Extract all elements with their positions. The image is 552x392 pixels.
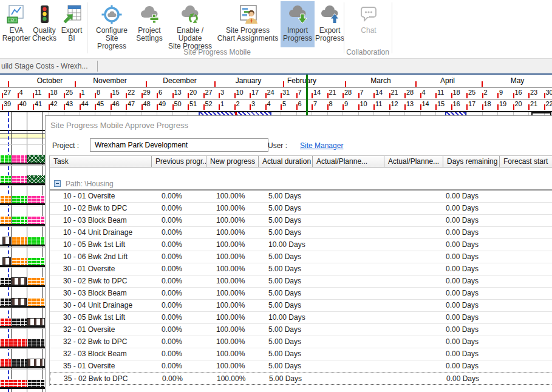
configure-site-progress-button[interactable]: Configure Site Progress bbox=[90, 1, 133, 47]
cell-forecast-start[interactable] bbox=[500, 203, 552, 214]
cell-task[interactable]: 35 - 02 Bwk to DPC bbox=[50, 373, 152, 384]
cell-actual-planned-2[interactable] bbox=[384, 288, 443, 299]
cell-days-remaining[interactable]: 0.00 Days bbox=[443, 336, 500, 348]
cell-task[interactable]: 30 - 05 Bwk 1st Lift bbox=[50, 312, 152, 323]
cell-forecast-start[interactable] bbox=[500, 239, 552, 251]
cell-actual-duration[interactable]: 5.00 Days bbox=[259, 215, 313, 226]
cell-new-progress[interactable]: 100.00% bbox=[206, 251, 259, 263]
cell-actual-planned-1[interactable] bbox=[313, 203, 384, 214]
cell-previous-progress[interactable]: 0.00% bbox=[152, 348, 206, 360]
cell-actual-planned-1[interactable] bbox=[313, 215, 384, 226]
eva-reporter-button[interactable]: 5 EVA Reporter bbox=[2, 1, 30, 47]
cell-forecast-start[interactable] bbox=[500, 336, 552, 348]
cell-days-remaining[interactable]: 0.00 Days bbox=[443, 288, 500, 299]
cell-previous-progress[interactable]: 0.00% bbox=[152, 263, 206, 275]
cell-task[interactable]: 30 - 02 Bwk to DPC bbox=[50, 275, 152, 287]
cell-actual-planned-2[interactable] bbox=[384, 251, 443, 263]
cell-days-remaining[interactable]: 0.00 Days bbox=[443, 348, 500, 360]
column-header-actual-planned-1[interactable]: Actual/Planne... bbox=[313, 156, 384, 167]
cell-days-remaining[interactable]: 0.00 Days bbox=[444, 373, 500, 384]
cell-actual-planned-2[interactable] bbox=[384, 324, 443, 336]
cell-new-progress[interactable]: 100.00% bbox=[206, 191, 259, 202]
cell-actual-planned-1[interactable] bbox=[313, 348, 384, 360]
cell-actual-planned-1[interactable] bbox=[313, 360, 384, 372]
cell-task[interactable]: 10 - 03 Block Beam bbox=[50, 215, 152, 226]
cell-previous-progress[interactable]: 0.00% bbox=[152, 336, 206, 348]
cell-actual-planned-2[interactable] bbox=[384, 263, 443, 275]
cell-previous-progress[interactable]: 0.00% bbox=[152, 360, 206, 372]
cell-days-remaining[interactable]: 0.00 Days bbox=[443, 275, 500, 287]
cell-actual-planned-2[interactable] bbox=[384, 336, 443, 348]
column-header-task[interactable]: Task bbox=[50, 156, 152, 167]
column-header-previous-progress[interactable]: Previous progr... bbox=[152, 156, 206, 167]
cell-new-progress[interactable]: 100.00% bbox=[206, 215, 259, 226]
cell-forecast-start[interactable] bbox=[500, 373, 552, 384]
cell-task[interactable]: 35 - 01 Oversite bbox=[50, 360, 152, 372]
table-row[interactable]: 32 - 03 Block Beam0.00%100.00%5.00 Days0… bbox=[50, 348, 552, 360]
cell-actual-planned-1[interactable] bbox=[313, 300, 384, 311]
cell-previous-progress[interactable]: 0.00% bbox=[152, 239, 206, 251]
cell-new-progress[interactable]: 100.00% bbox=[207, 373, 259, 384]
cell-previous-progress[interactable]: 0.00% bbox=[152, 275, 206, 287]
cell-actual-planned-2[interactable] bbox=[384, 239, 443, 251]
cell-actual-planned-2[interactable] bbox=[384, 275, 443, 287]
table-row[interactable]: 32 - 01 Oversite0.00%100.00%5.00 Days0.0… bbox=[50, 324, 552, 336]
column-header-days-remaining[interactable]: Days remaining bbox=[443, 156, 500, 167]
cell-new-progress[interactable]: 100.00% bbox=[206, 348, 259, 360]
cell-actual-duration[interactable]: 10.00 Days bbox=[259, 312, 313, 323]
cell-previous-progress[interactable]: 0.00% bbox=[152, 191, 206, 202]
project-settings-button[interactable]: Project Settings bbox=[133, 1, 166, 47]
cell-days-remaining[interactable]: 0.00 Days bbox=[443, 312, 500, 323]
cell-forecast-start[interactable] bbox=[500, 288, 552, 299]
site-progress-chart-assignments-button[interactable]: Site Progress Chart Assignments bbox=[214, 1, 281, 47]
cell-previous-progress[interactable]: 0.00% bbox=[152, 300, 206, 311]
cell-previous-progress[interactable]: 0.00% bbox=[152, 324, 206, 336]
cell-actual-planned-2[interactable] bbox=[384, 227, 443, 238]
cell-days-remaining[interactable]: 0.00 Days bbox=[443, 239, 500, 251]
table-row[interactable]: 10 - 03 Block Beam0.00%100.00%5.00 Days0… bbox=[50, 215, 552, 227]
cell-actual-duration[interactable]: 10.00 Days bbox=[259, 239, 313, 251]
cell-task[interactable]: 10 - 02 Bwk to DPC bbox=[50, 203, 152, 214]
cell-new-progress[interactable]: 100.00% bbox=[206, 312, 259, 323]
cell-previous-progress[interactable]: 0.00% bbox=[152, 373, 207, 384]
quality-checks-button[interactable]: Quality Checks bbox=[30, 1, 58, 47]
cell-previous-progress[interactable]: 0.00% bbox=[152, 215, 206, 226]
cell-forecast-start[interactable] bbox=[500, 215, 552, 226]
chat-button[interactable]: Chat bbox=[347, 1, 390, 47]
cell-actual-planned-2[interactable] bbox=[385, 373, 444, 384]
tab-build-stage-costs[interactable]: uild Stage Costs - Wrexh... bbox=[1, 62, 88, 70]
cell-new-progress[interactable]: 100.00% bbox=[206, 227, 259, 238]
cell-previous-progress[interactable]: 0.00% bbox=[152, 251, 206, 263]
collapse-icon[interactable] bbox=[54, 180, 61, 187]
cell-forecast-start[interactable] bbox=[500, 360, 552, 372]
table-row[interactable]: 32 - 02 Bwk to DPC0.00%100.00%5.00 Days0… bbox=[50, 336, 552, 348]
table-row[interactable]: 10 - 06 Bwk 2nd Lift0.00%100.00%5.00 Day… bbox=[50, 251, 552, 263]
cell-actual-planned-1[interactable] bbox=[313, 263, 384, 275]
cell-previous-progress[interactable]: 0.00% bbox=[152, 288, 206, 299]
cell-actual-duration[interactable]: 5.00 Days bbox=[259, 288, 313, 299]
cell-actual-planned-2[interactable] bbox=[384, 360, 443, 372]
cell-actual-duration[interactable]: 5.00 Days bbox=[259, 191, 313, 202]
cell-days-remaining[interactable]: 0.00 Days bbox=[443, 215, 500, 226]
cell-previous-progress[interactable]: 0.00% bbox=[152, 312, 206, 323]
cell-actual-planned-1[interactable] bbox=[313, 251, 384, 263]
cell-days-remaining[interactable]: 0.00 Days bbox=[443, 191, 500, 202]
cell-task[interactable]: 32 - 01 Oversite bbox=[50, 324, 152, 336]
cell-actual-planned-1[interactable] bbox=[313, 373, 385, 384]
cell-actual-planned-2[interactable] bbox=[384, 191, 443, 202]
table-row[interactable]: 30 - 01 Oversite0.00%100.00%5.00 Days0.0… bbox=[50, 263, 552, 275]
cell-forecast-start[interactable] bbox=[500, 300, 552, 311]
project-field[interactable]: Wrexham Park Development bbox=[90, 138, 268, 152]
cell-task[interactable]: 10 - 04 Unit Drainage bbox=[50, 227, 152, 238]
group-row-housing[interactable]: Path: \Housing bbox=[50, 178, 552, 191]
cell-actual-duration[interactable]: 5.00 Days bbox=[259, 275, 313, 287]
table-row[interactable]: 30 - 04 Unit Drainage0.00%100.00%5.00 Da… bbox=[50, 300, 552, 312]
cell-task[interactable]: 10 - 06 Bwk 2nd Lift bbox=[50, 251, 152, 263]
cell-new-progress[interactable]: 100.00% bbox=[206, 288, 259, 299]
enable-update-site-progress-button[interactable]: Enable / Update Site Progress bbox=[166, 1, 214, 47]
cell-actual-duration[interactable]: 5.00 Days bbox=[259, 203, 313, 214]
cell-actual-planned-1[interactable] bbox=[313, 227, 384, 238]
user-link[interactable]: Site Manager bbox=[300, 141, 343, 150]
cell-previous-progress[interactable]: 0.00% bbox=[152, 227, 206, 238]
cell-task[interactable]: 32 - 03 Block Beam bbox=[50, 348, 152, 360]
